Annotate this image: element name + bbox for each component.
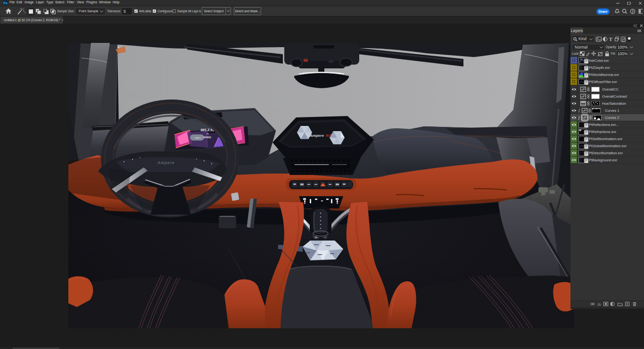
svg-text:Ampere: Ampere — [309, 133, 324, 138]
svg-text:Ps: Ps — [3, 1, 8, 5]
svg-text:RS: RS — [326, 133, 331, 138]
svg-text:75: 75 — [206, 133, 209, 135]
svg-text:fx: fx — [598, 302, 601, 306]
svg-text:Ampere: Ampere — [157, 160, 174, 165]
svg-text:STATS: STATS — [195, 137, 201, 139]
svg-text:?: ? — [632, 10, 634, 13]
svg-text:RANGE: RANGE — [204, 136, 211, 139]
svg-text:T: T — [609, 37, 612, 42]
